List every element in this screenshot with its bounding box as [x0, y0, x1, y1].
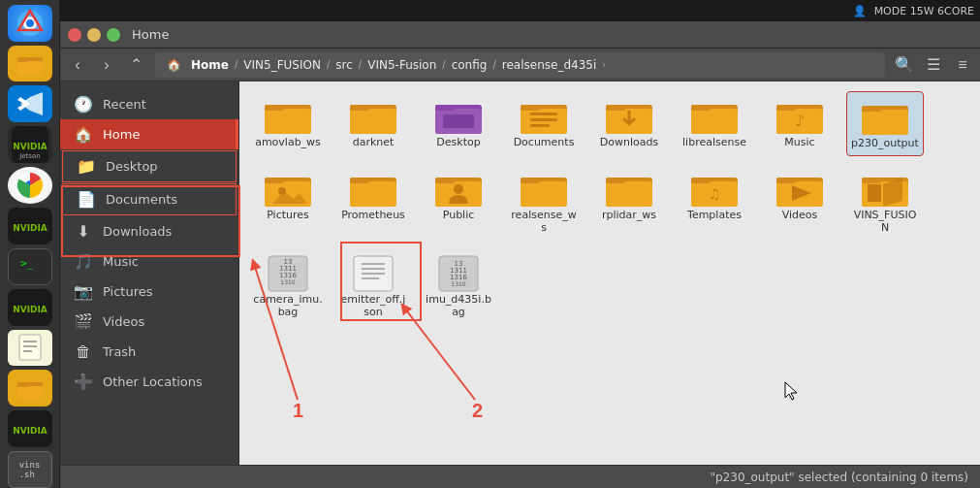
file-item-rplidar-ws[interactable]: rplidar_ws: [590, 164, 668, 240]
file-item-pictures[interactable]: Pictures: [249, 164, 327, 240]
sidebar-item-videos[interactable]: 🎬 Videos: [60, 307, 238, 337]
svg-rect-59: [350, 181, 396, 207]
taskbar-nvidia3[interactable]: NVIDIA: [8, 289, 52, 326]
taskbar-notepad[interactable]: [8, 330, 52, 367]
sidebar-label-music: Music: [103, 254, 139, 269]
svg-rect-26: [265, 109, 311, 134]
sidebar-item-documents[interactable]: 📄 Documents: [62, 183, 237, 215]
file-item-videos[interactable]: Videos: [761, 164, 838, 240]
taskbar-script[interactable]: vins.sh: [8, 451, 52, 488]
sidebar-item-downloads[interactable]: ⬇ Downloads: [60, 216, 238, 246]
breadcrumb-home-icon[interactable]: 🏠: [163, 56, 185, 74]
svg-text:♫: ♫: [709, 186, 721, 202]
other-icon: ➕: [74, 373, 93, 391]
up-button[interactable]: ⌃: [122, 51, 149, 79]
svg-text:NVIDIA: NVIDIA: [13, 223, 47, 233]
breadcrumb-vins-fusion2[interactable]: VIN5-Fusion: [364, 56, 440, 74]
home-icon: 🏠: [74, 125, 93, 144]
maximize-button[interactable]: [107, 28, 120, 42]
file-label-downloads: Downloads: [600, 136, 658, 148]
recent-icon: 🕐: [74, 95, 93, 114]
svg-rect-69: [606, 181, 652, 207]
svg-rect-77: [776, 178, 796, 183]
taskbar-chromium[interactable]: [8, 5, 52, 42]
svg-rect-60: [350, 178, 369, 183]
file-item-downloads[interactable]: Downloads: [590, 91, 668, 156]
file-item-prometheus[interactable]: Prometheus: [334, 164, 412, 240]
taskbar-folder2[interactable]: [8, 370, 52, 407]
svg-text:1310: 1310: [280, 278, 295, 285]
file-manager-window: Home ‹ › ⌃ 🏠 Home / VIN5_FUSION / src / …: [60, 21, 980, 488]
taskbar-vscode[interactable]: [8, 85, 52, 122]
file-item-templates[interactable]: ♫ Templates: [676, 164, 753, 240]
breadcrumb-vins-fusion[interactable]: VIN5_FUSION: [239, 56, 325, 74]
sidebar-item-pictures[interactable]: 📷 Pictures: [60, 277, 238, 307]
file-item-vins-fusion[interactable]: VINS_FUSION: [846, 164, 924, 240]
file-grid: amovlab_ws darknet: [249, 91, 970, 324]
titlebar: Home: [60, 21, 980, 49]
sidebar-label-documents: Documents: [106, 192, 177, 207]
file-item-imu[interactable]: 13 1311 1316 1310 imu_d435i.bag: [420, 248, 497, 324]
file-item-music[interactable]: ♪ Music: [761, 91, 838, 156]
sidebar-item-home[interactable]: 🏠 Home: [60, 119, 238, 149]
tray-person-icon: 👤: [853, 5, 867, 17]
taskbar-nvidia4[interactable]: NVIDIA: [8, 410, 52, 447]
sidebar: 🕐 Recent 🏠 Home 📁 Desktop 📄 Documents ⬇ …: [60, 81, 239, 465]
breadcrumb-home[interactable]: Home: [187, 56, 233, 74]
file-item-desktop[interactable]: Desktop: [420, 91, 497, 156]
menu-button[interactable]: ≡: [949, 51, 976, 79]
file-item-darknet[interactable]: darknet: [334, 91, 412, 156]
sidebar-item-trash[interactable]: 🗑 Trash: [60, 337, 238, 367]
view-options-button[interactable]: ☰: [920, 51, 947, 79]
file-grid-container: amovlab_ws darknet: [239, 81, 980, 465]
file-item-public[interactable]: Public: [420, 164, 497, 240]
file-label-emitter: emitter_off.json: [338, 293, 408, 318]
taskbar-nvidia2[interactable]: NVIDIA: [8, 208, 52, 244]
sidebar-item-recent[interactable]: 🕐 Recent: [60, 89, 238, 119]
sidebar-label-pictures: Pictures: [103, 284, 152, 299]
file-item-emitter[interactable]: emitter_off.json: [334, 248, 412, 324]
breadcrumb-config[interactable]: config: [448, 56, 491, 74]
taskbar-nvidia1[interactable]: NVIDIA Jetson: [8, 126, 52, 163]
svg-text:1310: 1310: [451, 280, 465, 287]
file-label-vins-fusion: VINS_FUSION: [850, 209, 920, 234]
file-item-realsense-ws[interactable]: realsense_ws: [505, 164, 583, 240]
file-item-camera-bag[interactable]: 13 1311 1316 1310 camera_imu.bag: [249, 248, 327, 324]
svg-text:>_: >_: [20, 257, 34, 270]
breadcrumb-src[interactable]: src: [332, 56, 357, 74]
sidebar-item-music[interactable]: 🎵 Music: [60, 246, 238, 277]
file-label-documents: Documents: [514, 136, 575, 148]
taskbar-chrome[interactable]: [8, 167, 52, 204]
sidebar-item-other[interactable]: ➕ Other Locations: [60, 367, 238, 397]
file-item-librealsense[interactable]: librealsense: [676, 91, 753, 156]
search-button[interactable]: 🔍: [891, 51, 918, 79]
close-button[interactable]: [68, 28, 81, 42]
taskbar-files[interactable]: [8, 46, 52, 82]
file-item-amovlab[interactable]: amovlab_ws: [249, 91, 327, 156]
svg-rect-43: [606, 105, 625, 111]
main-area: 🕐 Recent 🏠 Home 📁 Desktop 📄 Documents ⬇ …: [60, 81, 980, 465]
file-label-amovlab: amovlab_ws: [255, 136, 321, 148]
sidebar-label-recent: Recent: [103, 97, 146, 112]
back-button[interactable]: ‹: [64, 51, 91, 79]
svg-rect-34: [443, 114, 474, 128]
taskbar-terminal[interactable]: >_: [8, 248, 52, 285]
svg-rect-56: [265, 178, 284, 183]
file-label-realsense-ws: realsense_ws: [509, 209, 579, 234]
svg-rect-81: [868, 184, 881, 202]
svg-rect-67: [521, 178, 540, 183]
file-label-pictures: Pictures: [267, 209, 309, 221]
svg-rect-80: [862, 178, 881, 183]
svg-rect-73: [691, 178, 711, 183]
file-item-documents[interactable]: Documents: [505, 91, 583, 156]
svg-rect-38: [530, 113, 557, 115]
breadcrumb-realsense[interactable]: realsense_d435i: [498, 56, 600, 74]
sidebar-item-desktop[interactable]: 📁 Desktop: [62, 150, 237, 182]
forward-button[interactable]: ›: [93, 51, 120, 79]
file-label-imu: imu_d435i.bag: [424, 293, 493, 318]
file-label-videos: Videos: [782, 209, 818, 221]
file-item-p230[interactable]: p230_output: [846, 91, 924, 156]
file-label-desktop: Desktop: [436, 136, 480, 148]
minimize-button[interactable]: [87, 28, 101, 42]
svg-rect-63: [435, 178, 455, 183]
